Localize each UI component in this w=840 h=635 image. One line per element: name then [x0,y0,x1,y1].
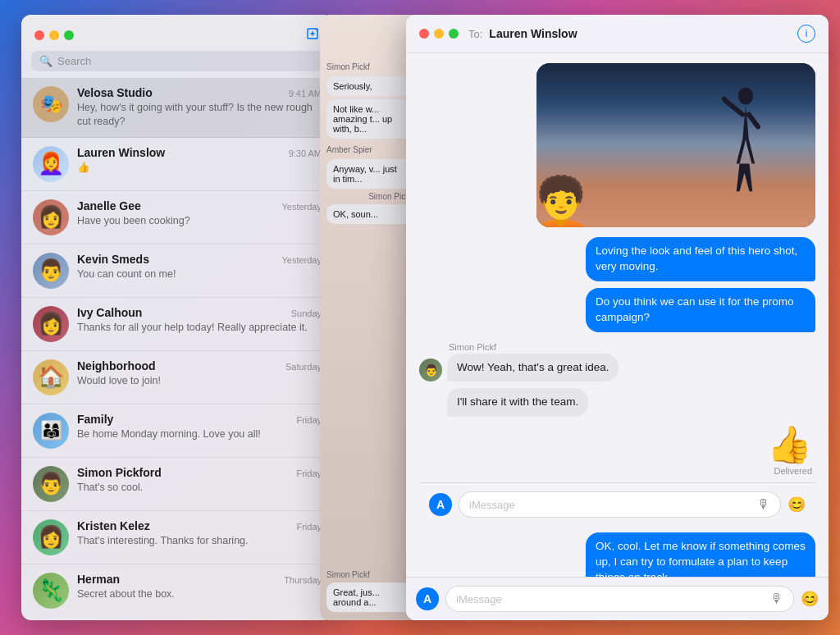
chat-input-bar-top: A iMessage 🎙 😊 [419,482,815,526]
message-row-share-team: I'll share it with the team. [419,388,815,417]
waveform-icon-top: 🎙 [757,497,770,512]
conv-preview-janelle-gee: Have you been cooking? [77,214,322,228]
conv-time-ivy-calhoun: Sunday [291,308,322,318]
svg-point-0 [738,88,753,105]
input-placeholder-bottom: iMessage [456,593,502,605]
conv-preview-kevin-smeds: You can count on me! [77,267,322,281]
avatar-ivy-calhoun: 👩 [33,306,69,342]
conv-header-herman: Herman Thursday [77,573,322,586]
avatar-herman: 🦎 [33,573,69,609]
partial-msg-2: Not like w... amazing t... up with, b... [326,99,412,139]
conv-name-herman: Herman [77,573,120,586]
avatar-lauren-winslow: 👩‍🦰 [33,146,69,182]
conv-content-lauren-winslow: Lauren Winslow 9:30 AM 👍 [77,146,322,175]
conv-content-ivy-calhoun: Ivy Calhoun Sunday Thanks for all your h… [77,306,322,335]
conv-time-herman: Thursday [284,575,322,585]
conversation-list: 🎭 Velosa Studio 9:41 AM Hey, how's it go… [21,78,333,616]
app-store-button-top[interactable]: A [429,493,452,516]
conversation-item-simon-pickford[interactable]: 👨 Simon Pickford Friday That's so cool. [21,458,333,511]
conv-content-family: Family Friday Be home Monday morning. Lo… [77,413,322,441]
chat-messages: 🧑‍🦱 Loving the look and feel of this her… [406,53,829,577]
input-placeholder-top: iMessage [469,499,515,511]
chat-input-bar-bottom: A iMessage 🎙 😊 [406,577,829,620]
conv-name-janelle-gee: Janelle Gee [77,199,141,212]
conversation-item-family[interactable]: 👨‍👩‍👧 Family Friday Be home Monday morni… [21,404,333,458]
close-button[interactable] [34,30,44,40]
chat-contact-name: Lauren Winslow [489,27,791,40]
partial-msg-1: Seriously, [326,76,412,96]
message-bubble-promo: Do you think we can use it for the promo… [586,288,815,332]
conv-name-velosa-studio: Velosa Studio [77,86,153,99]
conv-header-family: Family Friday [77,413,322,426]
messages-list-panel: 🔍 🎭 Velosa Studio 9:41 AM Hey, how's it … [21,15,333,620]
dancer-silhouette [709,63,783,227]
minimize-button[interactable] [49,30,59,40]
conv-preview-kristen-kelez: That's interesting. Thanks for sharing. [77,534,322,548]
thumbs-up-section: 👍 Delivered [419,423,815,476]
chat-titlebar: To: Lauren Winslow i [406,15,829,53]
avatar-janelle-gee: 👩 [33,199,69,235]
conv-header-ivy-calhoun: Ivy Calhoun Sunday [77,306,322,319]
app-store-button-bottom[interactable]: A [416,587,439,610]
info-button[interactable]: i [797,25,815,43]
hero-image-container: 🧑‍🦱 [536,63,815,227]
compose-button[interactable] [305,26,320,44]
panel-titlebar [21,15,333,51]
conv-time-kevin-smeds: Yesterday [281,255,322,265]
message-row-promo: Do you think we can use it for the promo… [419,288,815,332]
conv-content-janelle-gee: Janelle Gee Yesterday Have you been cook… [77,199,322,228]
message-bubble-share-team: I'll share it with the team. [447,388,588,417]
search-bar[interactable]: 🔍 [31,51,323,71]
conversation-item-velosa-studio[interactable]: 🎭 Velosa Studio 9:41 AM Hey, how's it go… [21,78,333,138]
conv-name-kristen-kelez: Kristen Kelez [77,519,150,532]
conv-content-kevin-smeds: Kevin Smeds Yesterday You can count on m… [77,253,322,281]
message-row-great-idea: 👨 Wow! Yeah, that's a great idea. [419,354,815,382]
conversation-item-herman[interactable]: 🦎 Herman Thursday Secret about the box. [21,564,333,616]
search-icon: 🔍 [39,55,52,67]
message-row-hero-shot: Loving the look and feel of this hero sh… [419,237,815,281]
message-row-ok-cool: OK, cool. Let me know if something comes… [419,532,815,577]
message-input-top[interactable]: iMessage 🎙 [459,491,781,518]
conversation-item-neighborhood[interactable]: 🏠 Neighborhood Saturday Would love to jo… [21,351,333,404]
emoji-button-top[interactable]: 😊 [788,496,806,514]
conv-time-neighborhood: Saturday [285,362,322,372]
memoji-avatar: 🧑‍🦱 [536,174,594,227]
traffic-lights [34,30,74,40]
chat-close-button[interactable] [419,29,429,39]
chat-minimize-button[interactable] [434,29,444,39]
msg-sender-name-simon: Simon Pickf 👨 Wow! Yeah, that's a great … [419,342,815,382]
conv-header-janelle-gee: Janelle Gee Yesterday [77,199,322,212]
partial-chat-panel: Simon Pickf Seriously, Not like w... ama… [320,15,418,620]
message-bubble-ok-cool: OK, cool. Let me know if something comes… [586,532,815,577]
partial-sender-bottom: Simon Pickf [326,570,412,579]
conv-preview-velosa-studio: Hey, how's it going with your stuff? Is … [77,101,322,129]
conversation-item-lauren-winslow[interactable]: 👩‍🦰 Lauren Winslow 9:30 AM 👍 [21,138,333,191]
chat-maximize-button[interactable] [449,29,459,39]
to-label: To: [468,28,482,40]
avatar-simon-pickford: 👨 [33,466,69,502]
conv-name-ivy-calhoun: Ivy Calhoun [77,306,142,319]
maximize-button[interactable] [64,30,74,40]
avatar-kristen-kelez: 👩 [33,519,69,555]
conv-preview-ivy-calhoun: Thanks for all your help today! Really a… [77,321,322,335]
conversation-item-janelle-gee[interactable]: 👩 Janelle Gee Yesterday Have you been co… [21,191,333,244]
avatar-velosa-studio: 🎭 [33,86,69,122]
conv-time-lauren-winslow: 9:30 AM [289,148,322,158]
conv-preview-lauren-winslow: 👍 [77,161,322,175]
partial-msg-3: Anyway, v... just in tim... [326,159,412,189]
search-input[interactable] [57,55,315,67]
conversation-item-ivy-calhoun[interactable]: 👩 Ivy Calhoun Sunday Thanks for all your… [21,298,333,351]
emoji-button-bottom[interactable]: 😊 [801,590,819,608]
conv-content-simon-pickford: Simon Pickford Friday That's so cool. [77,466,322,495]
conv-header-neighborhood: Neighborhood Saturday [77,359,322,372]
message-input-bottom[interactable]: iMessage 🎙 [445,586,794,612]
conversation-item-kristen-kelez[interactable]: 👩 Kristen Kelez Friday That's interestin… [21,511,333,564]
partial-sender-3: Simon Pickf [326,192,412,201]
conv-content-neighborhood: Neighborhood Saturday Would love to join… [77,359,322,388]
conv-content-kristen-kelez: Kristen Kelez Friday That's interesting.… [77,519,322,548]
avatar-kevin-smeds: 👨 [33,253,69,289]
conv-header-kevin-smeds: Kevin Smeds Yesterday [77,253,322,266]
avatar-simon-small: 👨 [419,359,442,381]
conversation-item-kevin-smeds[interactable]: 👨 Kevin Smeds Yesterday You can count on… [21,244,333,298]
partial-msg-bottom: Great, jus... around a... [326,582,412,612]
